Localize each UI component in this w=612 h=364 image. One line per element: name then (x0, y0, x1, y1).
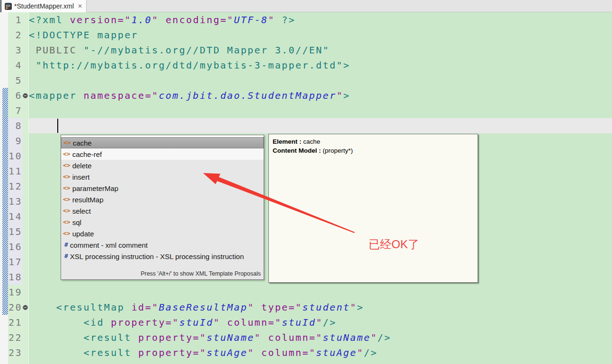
proposal-item-insert[interactable]: <>insert (61, 171, 264, 182)
xml-element-icon: <> (63, 182, 71, 194)
code-text[interactable]: <id property="stuId" column="stuId"/> (29, 315, 612, 330)
editor-line-5[interactable]: 5 (8, 73, 612, 88)
line-number: 3 (8, 43, 22, 58)
editor-line-19[interactable]: 19 (8, 285, 612, 300)
fold-column (22, 239, 29, 254)
code-text[interactable] (29, 73, 612, 88)
fold-column (22, 345, 29, 360)
fold-column (22, 148, 29, 164)
code-text[interactable]: <result property="stuSex" column="stuSex… (29, 360, 612, 364)
proposal-item-comment[interactable]: #comment - xml comment (61, 239, 264, 251)
code-text[interactable]: <!DOCTYPE mapper (29, 27, 612, 43)
fold-column (22, 285, 29, 300)
code-text[interactable]: <?xml version="1.0" encoding="UTF-8" ?> (29, 12, 612, 27)
line-number: 14 (8, 209, 22, 224)
proposal-label: insert (72, 173, 90, 181)
xml-element-icon: <> (63, 160, 71, 171)
line-number: 22 (8, 330, 22, 345)
content-assist-popup[interactable]: <>cache<>cache-ref<>delete<>insert<>para… (61, 135, 264, 280)
fold-column (22, 194, 29, 209)
line-number: 11 (8, 164, 22, 179)
line-number: 2 (8, 27, 22, 43)
fold-column (22, 133, 29, 148)
fold-column (22, 360, 29, 364)
editor-line-21[interactable]: 21 <id property="stuId" column="stuId"/> (8, 315, 612, 330)
xml-element-icon: <> (63, 194, 71, 205)
proposal-item-update[interactable]: <>update (61, 228, 264, 239)
code-text[interactable] (29, 285, 612, 300)
eclipse-xml-editor: *StudentMapper.xml ✕ 1<?xml version="1.0… (0, 0, 612, 364)
fold-column (22, 224, 29, 239)
xml-file-icon (5, 3, 12, 10)
editor-line-24[interactable]: 24 <result property="stuSex" column="stu… (8, 360, 612, 364)
line-number: 18 (8, 269, 22, 285)
proposal-label: resultMap (72, 196, 104, 204)
doc-row: Content Model : (property*) (273, 146, 474, 155)
code-text[interactable]: PUBLIC "-//mybatis.org//DTD Mapper 3.0//… (29, 43, 612, 58)
editor-line-22[interactable]: 22 <result property="stuName" column="st… (8, 330, 612, 345)
collapse-icon[interactable] (23, 93, 28, 98)
collapse-icon[interactable] (23, 305, 28, 310)
code-text[interactable]: <result property="stuAge" column="stuAge… (29, 345, 612, 360)
line-number: 5 (8, 73, 22, 88)
proposal-item-xsl[interactable]: #XSL processing instruction - XSL proces… (61, 251, 264, 262)
editor-line-4[interactable]: 4 "http://mybatis.org/dtd/mybatis-3-mapp… (8, 58, 612, 73)
line-number: 6 (8, 88, 22, 103)
editor-line-6[interactable]: 6<mapper namespace="com.jbit.dao.Student… (8, 88, 612, 103)
code-text[interactable]: <mapper namespace="com.jbit.dao.StudentM… (29, 88, 612, 103)
proposal-item-delete[interactable]: <>delete (61, 160, 264, 171)
fold-column (22, 330, 29, 345)
proposal-label: delete (72, 162, 92, 170)
text-cursor (57, 119, 58, 133)
fold-column (22, 179, 29, 194)
fold-column (22, 118, 29, 133)
proposal-item-sql[interactable]: <>sql (61, 217, 264, 228)
proposal-label: sql (72, 218, 81, 226)
doc-row: Element : cache (273, 137, 474, 146)
tab-close-icon[interactable]: ✕ (78, 3, 82, 9)
proposal-label: parameterMap (72, 184, 119, 192)
line-number: 21 (8, 315, 22, 330)
proposal-label: cache (73, 139, 92, 147)
line-number: 7 (8, 103, 22, 118)
editor-line-7[interactable]: 7 (8, 103, 612, 118)
code-text[interactable]: "http://mybatis.org/dtd/mybatis-3-mapper… (29, 58, 612, 73)
line-number: 16 (8, 239, 22, 254)
line-number: 20 (8, 300, 22, 315)
line-number: 23 (8, 345, 22, 360)
editor-line-23[interactable]: 23 <result property="stuAge" column="stu… (8, 345, 612, 360)
xml-element-icon: <> (63, 228, 71, 239)
code-text[interactable] (29, 103, 612, 118)
proposal-item-cache[interactable]: <>cache (61, 137, 264, 148)
fold-column (22, 315, 29, 330)
fold-toggle[interactable] (22, 300, 29, 315)
code-text[interactable] (29, 118, 612, 133)
editor-line-1[interactable]: 1<?xml version="1.0" encoding="UTF-8" ?> (8, 12, 612, 27)
fold-column (22, 254, 29, 269)
proposal-item-select[interactable]: <>select (61, 205, 264, 217)
editor-line-2[interactable]: 2<!DOCTYPE mapper (8, 27, 612, 43)
line-number: 17 (8, 254, 22, 269)
line-number: 9 (8, 133, 22, 148)
line-number: 1 (8, 12, 22, 27)
proposal-label: cache-ref (72, 150, 102, 158)
xml-element-icon: <> (63, 205, 71, 217)
editor-line-3[interactable]: 3 PUBLIC "-//mybatis.org//DTD Mapper 3.0… (8, 43, 612, 58)
proposal-label: select (72, 207, 91, 215)
editor-line-8[interactable]: 8 (8, 118, 612, 133)
line-number: 12 (8, 179, 22, 194)
editor-tab-bar: *StudentMapper.xml ✕ (0, 0, 612, 12)
fold-column (22, 43, 29, 58)
fold-toggle[interactable] (22, 88, 29, 103)
proposal-item-cache-ref[interactable]: <>cache-ref (61, 148, 264, 160)
proposal-item-parametermap[interactable]: <>parameterMap (61, 182, 264, 194)
content-assist-list: <>cache<>cache-ref<>delete<>insert<>para… (61, 137, 264, 262)
editor-line-20[interactable]: 20 <resultMap id="BaseResultMap" type="s… (8, 300, 612, 315)
proposal-item-resultmap[interactable]: <>resultMap (61, 194, 264, 205)
proposal-label: update (72, 230, 94, 238)
code-text[interactable]: <resultMap id="BaseResultMap" type="stud… (29, 300, 612, 315)
code-text[interactable]: <result property="stuName" column="stuNa… (29, 330, 612, 345)
line-number: 4 (8, 58, 22, 73)
tab-studentmapper-xml[interactable]: *StudentMapper.xml ✕ (1, 0, 87, 12)
fold-column (22, 58, 29, 73)
